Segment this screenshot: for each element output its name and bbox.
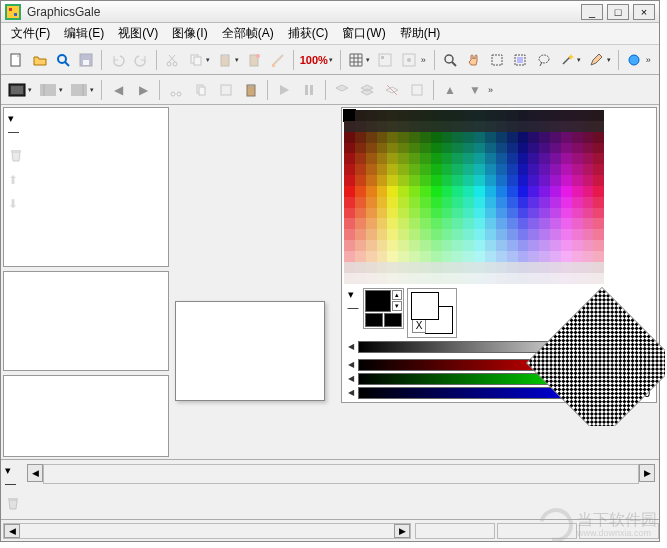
palette-swatch[interactable]	[528, 175, 539, 186]
palette-swatch[interactable]	[507, 132, 518, 143]
palette-swatch[interactable]	[518, 175, 529, 186]
palette-swatch[interactable]	[409, 218, 420, 229]
palette-swatch[interactable]	[431, 262, 442, 273]
palette-swatch[interactable]	[387, 197, 398, 208]
palette-swatch[interactable]	[442, 110, 453, 121]
palette-swatch[interactable]	[528, 251, 539, 262]
color-fg[interactable]	[365, 290, 391, 312]
palette-swatch[interactable]	[344, 197, 355, 208]
palette-swatch[interactable]	[507, 153, 518, 164]
palette-swatch[interactable]	[496, 218, 507, 229]
palette-swatch[interactable]	[550, 110, 561, 121]
palette-swatch[interactable]	[583, 164, 594, 175]
palette-swatch[interactable]	[539, 110, 550, 121]
palette-swatch[interactable]	[452, 197, 463, 208]
palette-swatch[interactable]	[409, 153, 420, 164]
palette-swatch[interactable]	[366, 262, 377, 273]
palette-swatch[interactable]	[409, 143, 420, 154]
palette-swatch[interactable]	[442, 121, 453, 132]
rect-select2-icon[interactable]	[509, 48, 531, 72]
palette-swatch[interactable]	[452, 273, 463, 284]
palette-swatch[interactable]	[398, 110, 409, 121]
palette-swatch[interactable]	[366, 175, 377, 186]
palette-swatch[interactable]	[518, 273, 529, 284]
palette-swatch[interactable]	[452, 110, 463, 121]
palette-swatch[interactable]	[474, 175, 485, 186]
palette-swatch[interactable]	[409, 164, 420, 175]
palette-swatch[interactable]	[539, 164, 550, 175]
color-up-icon[interactable]: ▴	[392, 290, 402, 300]
grid-icon[interactable]	[345, 48, 367, 72]
palette-swatch[interactable]	[518, 153, 529, 164]
palette-swatch[interactable]	[528, 153, 539, 164]
palette-swatch[interactable]	[398, 218, 409, 229]
palette-swatch[interactable]	[496, 143, 507, 154]
palette-swatch[interactable]	[496, 273, 507, 284]
palette-swatch[interactable]	[539, 153, 550, 164]
palette-swatch[interactable]	[572, 273, 583, 284]
lasso-icon[interactable]	[532, 48, 554, 72]
palette-swatch[interactable]	[431, 251, 442, 262]
save-icon[interactable]	[75, 48, 97, 72]
hscrollbar[interactable]: ◀ ▶	[3, 523, 411, 539]
palette-swatch[interactable]	[377, 197, 388, 208]
palette-swatch[interactable]	[344, 208, 355, 219]
palette-swatch[interactable]	[344, 273, 355, 284]
palette-swatch[interactable]	[507, 121, 518, 132]
palette-swatch[interactable]	[539, 143, 550, 154]
palette-swatch[interactable]	[442, 132, 453, 143]
palette-swatch[interactable]	[442, 262, 453, 273]
palette-swatch[interactable]	[474, 164, 485, 175]
palette-swatch[interactable]	[355, 197, 366, 208]
palette-swatch[interactable]	[550, 208, 561, 219]
palette-swatch[interactable]	[431, 143, 442, 154]
palette-swatch[interactable]	[442, 273, 453, 284]
palette-swatch[interactable]	[387, 208, 398, 219]
palette-swatch[interactable]	[463, 240, 474, 251]
palette-swatch[interactable]	[431, 121, 442, 132]
palette-swatch[interactable]	[431, 110, 442, 121]
frame-tool-2[interactable]	[36, 78, 60, 102]
palette-swatch[interactable]	[593, 208, 604, 219]
palette-swatch[interactable]	[539, 132, 550, 143]
palette-swatch[interactable]	[485, 262, 496, 273]
palette-swatch[interactable]	[387, 251, 398, 262]
palette-swatch[interactable]	[593, 121, 604, 132]
palette-swatch[interactable]	[398, 251, 409, 262]
hscroll-right-icon[interactable]: ▶	[394, 524, 410, 538]
palette-swatch[interactable]	[474, 240, 485, 251]
palette-swatch[interactable]	[474, 143, 485, 154]
palette-swatch[interactable]	[528, 186, 539, 197]
palette-swatch[interactable]	[496, 132, 507, 143]
palette-swatch[interactable]	[420, 208, 431, 219]
palette-swatch[interactable]	[583, 229, 594, 240]
palette-swatch[interactable]	[518, 229, 529, 240]
hand-icon[interactable]	[462, 48, 484, 72]
menu-window[interactable]: 窗口(W)	[336, 23, 391, 44]
palette-swatch[interactable]	[442, 175, 453, 186]
palette-swatch[interactable]	[355, 121, 366, 132]
palette-swatch[interactable]	[561, 143, 572, 154]
palette-swatch[interactable]	[344, 132, 355, 143]
palette-swatch[interactable]	[539, 240, 550, 251]
palette-swatch[interactable]	[572, 262, 583, 273]
palette-swatch[interactable]	[550, 229, 561, 240]
layer-tool-1[interactable]	[330, 78, 354, 102]
palette-swatch[interactable]	[528, 197, 539, 208]
palette-swatch[interactable]	[344, 175, 355, 186]
palette-swatch[interactable]	[452, 143, 463, 154]
palette-swatch[interactable]	[485, 121, 496, 132]
palette-swatch[interactable]	[366, 164, 377, 175]
palette-swatch[interactable]	[387, 110, 398, 121]
palette-swatch[interactable]	[528, 164, 539, 175]
palette-swatch[interactable]	[593, 262, 604, 273]
palette-swatch[interactable]	[452, 186, 463, 197]
palette-swatch[interactable]	[561, 121, 572, 132]
palette-swatch[interactable]	[550, 121, 561, 132]
palette-swatch[interactable]	[377, 153, 388, 164]
palette-swatch[interactable]	[583, 208, 594, 219]
palette-swatch[interactable]	[485, 153, 496, 164]
palette-swatch[interactable]	[452, 132, 463, 143]
palette-swatch[interactable]	[507, 143, 518, 154]
palette-swatch[interactable]	[355, 153, 366, 164]
